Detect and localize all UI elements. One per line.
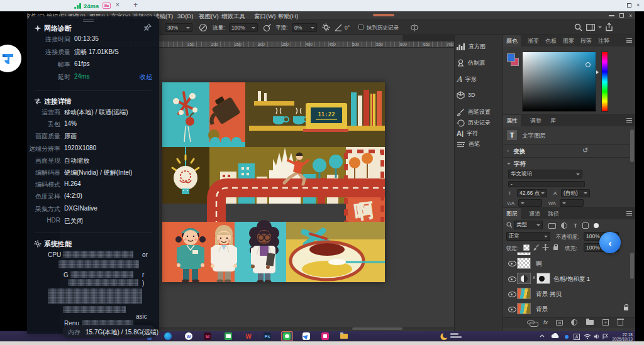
visibility-eye-icon[interactable] [508, 260, 516, 266]
font-family-combo[interactable]: 华文琥珀 [508, 170, 582, 178]
file-explorer-icon[interactable] [340, 332, 348, 340]
new-layer-icon[interactable]: + [602, 319, 609, 326]
panel-menu-icon[interactable] [626, 118, 632, 123]
hue-slider[interactable] [601, 52, 608, 112]
tab-paths[interactable]: 路径 [545, 208, 562, 220]
wifi-icon[interactable] [584, 334, 591, 339]
layer-name[interactable]: 背景 拷贝 [536, 290, 562, 298]
tab-close-icon[interactable]: × [116, 1, 119, 8]
tracking-combo[interactable] [560, 199, 584, 207]
link-layers-icon[interactable] [527, 320, 535, 324]
blend-mode-combo[interactable]: 正常 [506, 232, 550, 241]
tab-notes[interactable]: 注释 [595, 35, 613, 47]
tab-layers[interactable]: 图层 [503, 208, 521, 220]
dock-brushes[interactable]: 画笔 [457, 138, 502, 150]
photoshop-taskbar-icon[interactable]: Ps [264, 332, 271, 340]
pressure-opacity-icon[interactable] [199, 23, 208, 32]
filter-shape-layers-icon[interactable] [582, 222, 589, 229]
clock-date[interactable]: 2025/10/13 [608, 337, 633, 341]
new-group-icon[interactable] [586, 320, 594, 325]
chevron-down-icon[interactable] [598, 26, 602, 28]
workspace-icon[interactable] [586, 24, 595, 31]
mail-icon[interactable] [225, 332, 232, 340]
smoothing-combo[interactable]: 0% [292, 23, 317, 32]
adjustment-layer-thumbnail[interactable] [517, 273, 531, 284]
reset-icon[interactable]: ↺ [582, 146, 588, 155]
visibility-eye-icon[interactable] [508, 290, 516, 297]
edge-browser-icon[interactable] [164, 332, 172, 340]
tab-swatches[interactable]: 色板 [542, 35, 560, 47]
character-section-label[interactable]: 字符 [514, 160, 526, 168]
layers-scrollbar[interactable] [630, 253, 634, 279]
lock-position-icon[interactable] [542, 244, 549, 251]
clock-time[interactable]: 22:18 [610, 332, 633, 337]
filter-pixel-layers-icon[interactable] [548, 223, 556, 229]
tab-paragraph[interactable]: 段落 [577, 35, 595, 47]
delete-layer-icon[interactable] [618, 320, 623, 326]
ps-restore-icon[interactable] [619, 13, 624, 18]
canvas-artwork[interactable]: 11:22 [162, 82, 385, 282]
gear-icon[interactable] [322, 23, 330, 31]
dock-3d[interactable]: 3D [457, 89, 502, 101]
todesk-floating-ball[interactable] [0, 45, 21, 72]
color-field[interactable] [522, 52, 596, 112]
filter-adjustment-layers-icon[interactable] [561, 222, 567, 229]
tab-channels[interactable]: 通道 [526, 208, 543, 220]
layer-name[interactable]: 背景 [536, 305, 548, 314]
flow-combo[interactable]: 100% [229, 23, 258, 32]
layer-mask-thumbnail[interactable] [536, 273, 550, 284]
chevron-down-icon[interactable] [507, 163, 511, 165]
todesk-icon[interactable] [303, 332, 310, 340]
font-size-combo[interactable]: 42.66 点 [517, 189, 547, 197]
word-app-icon[interactable]: W [185, 332, 192, 340]
layer-thumbnail[interactable] [517, 288, 531, 299]
add-mask-icon[interactable] [556, 320, 563, 326]
lock-pixels-icon[interactable] [533, 244, 540, 251]
dock-glyphs[interactable]: A字形 [457, 73, 502, 85]
font-style-combo[interactable]: - [508, 181, 585, 187]
layer-name[interactable]: 啊 [536, 260, 542, 268]
dock-histogram[interactable]: 直方图 [457, 40, 502, 53]
color-field-marker[interactable] [586, 62, 591, 67]
tab-properties[interactable]: 属性 [503, 115, 521, 127]
layer-thumbnail[interactable] [517, 303, 531, 314]
tab-color[interactable]: 颜色 [503, 35, 521, 47]
tray-expand-icon[interactable] [540, 334, 545, 337]
volume-icon[interactable] [594, 334, 600, 339]
new-adjustment-layer-icon[interactable] [571, 319, 577, 326]
pin-icon[interactable] [143, 23, 152, 31]
brush-opacity-combo[interactable]: 30% [165, 23, 192, 32]
menu-3d[interactable]: 3D(D) [177, 13, 193, 19]
indesign-icon[interactable]: Id [204, 332, 211, 340]
pink-app-icon[interactable] [321, 332, 329, 340]
collapse-link[interactable]: 收起 [140, 73, 152, 82]
panel-menu-icon[interactable] [626, 211, 632, 216]
tab-libraries[interactable]: 库 [547, 115, 559, 127]
window-close-icon[interactable]: × [636, 2, 640, 8]
new-tab-button[interactable]: + [133, 1, 138, 9]
window-maximize-icon[interactable] [627, 3, 631, 8]
lock-transparency-icon[interactable] [523, 244, 530, 251]
input-method-icon[interactable] [574, 334, 580, 340]
tab-adjustments[interactable]: 调整 [527, 115, 545, 127]
filter-type-layers-icon[interactable]: T [574, 222, 577, 229]
dock-clone-source[interactable]: 仿制源 [457, 57, 502, 69]
expander-icon[interactable]: › [507, 147, 509, 154]
layer-effects-icon[interactable]: fx [543, 319, 548, 326]
visibility-eye-icon[interactable] [508, 275, 516, 282]
share-icon[interactable] [605, 23, 613, 31]
layer-filter-combo[interactable]: 类型 [514, 221, 543, 229]
leading-combo[interactable]: (自动) [561, 189, 590, 197]
sidebar-collapse-ball[interactable]: ‹ [599, 232, 621, 253]
tray-dot-icon[interactable] [565, 335, 569, 339]
transform-section-label[interactable]: 变换 [513, 148, 525, 156]
wechat-icon[interactable] [283, 332, 291, 340]
panel-menu-icon[interactable] [626, 38, 632, 43]
layer-thumbnail[interactable] [517, 258, 531, 269]
lock-all-icon[interactable] [553, 246, 558, 250]
foreground-color-swatch[interactable] [507, 53, 515, 62]
wps-icon[interactable]: W [245, 332, 252, 340]
erase-history-checkbox[interactable] [358, 25, 364, 30]
search-icon[interactable] [574, 23, 582, 31]
ps-minimize-icon[interactable] [609, 15, 614, 16]
